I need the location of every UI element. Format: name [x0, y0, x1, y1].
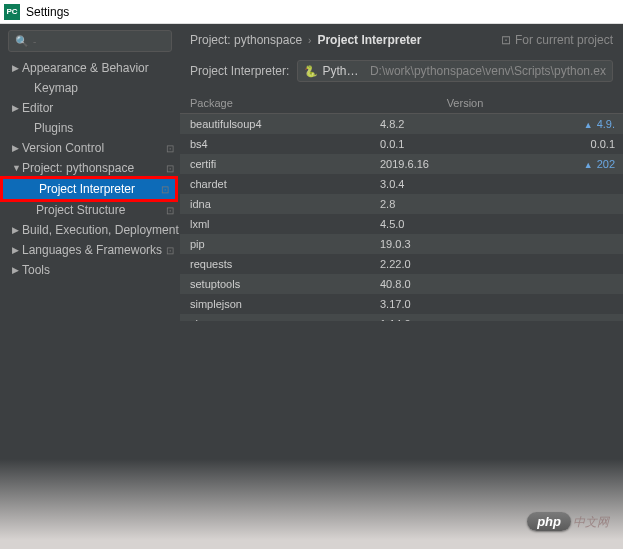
table-row[interactable]: pip19.0.3 [180, 234, 623, 254]
packages-body: beautifulsoup44.8.2▲4.9.bs40.0.10.0.1cer… [180, 114, 623, 321]
package-version: 2019.6.16 [380, 158, 550, 170]
sidebar-item-project[interactable]: ▼Project: pythonspace⊡ [0, 158, 180, 178]
packages-header: Package Version [180, 92, 623, 114]
chevron-right-icon: ▶ [12, 245, 22, 255]
package-name: certifi [180, 158, 380, 170]
project-scope-icon: ⊡ [166, 163, 174, 174]
breadcrumb-project[interactable]: Project: pythonspace [190, 33, 302, 47]
sidebar-item-editor[interactable]: ▶Editor [0, 98, 180, 118]
table-row[interactable]: setuptools40.8.0 [180, 274, 623, 294]
package-version: 3.17.0 [380, 298, 550, 310]
search-input[interactable]: 🔍 - [8, 30, 172, 52]
sidebar-item-build[interactable]: ▶Build, Execution, Deployment [0, 220, 180, 240]
chevron-right-icon: › [308, 35, 311, 46]
sidebar-item-appearance[interactable]: ▶Appearance & Behavior [0, 58, 180, 78]
main-panel: Project: pythonspace › Project Interpret… [180, 24, 623, 549]
table-row[interactable]: chardet3.0.4 [180, 174, 623, 194]
search-icon: 🔍 [15, 35, 29, 48]
table-row[interactable]: simplejson3.17.0 [180, 294, 623, 314]
package-name: lxml [180, 218, 380, 230]
package-version: 2.22.0 [380, 258, 550, 270]
project-scope-icon: ⊡ [166, 143, 174, 154]
project-scope-icon: ⊡ [166, 205, 174, 216]
interpreter-label: Project Interpreter: [190, 64, 289, 78]
package-name: idna [180, 198, 380, 210]
project-scope-icon: ⊡ [501, 33, 511, 47]
sidebar-item-languages[interactable]: ▶Languages & Frameworks⊡ [0, 240, 180, 260]
table-row[interactable]: beautifulsoup44.8.2▲4.9. [180, 114, 623, 134]
for-current-project: ⊡ For current project [501, 33, 613, 47]
empty-area [180, 321, 623, 550]
project-scope-icon: ⊡ [161, 184, 169, 195]
table-row[interactable]: idna2.8 [180, 194, 623, 214]
sidebar-item-project-structure[interactable]: Project Structure⊡ [0, 200, 180, 220]
package-version: 2.8 [380, 198, 550, 210]
highlight-annotation: Project Interpreter⊡ [0, 176, 178, 202]
interpreter-name: Python 3.7 (pythonspace) [322, 64, 364, 78]
package-latest: ▲202 [550, 158, 623, 170]
header-package[interactable]: Package [180, 97, 380, 109]
package-name: requests [180, 258, 380, 270]
sidebar: 🔍 - ▶Appearance & Behavior Keymap ▶Edito… [0, 24, 180, 549]
package-version: 19.0.3 [380, 238, 550, 250]
chevron-right-icon: ▶ [12, 103, 22, 113]
package-version: 4.5.0 [380, 218, 550, 230]
table-row[interactable]: certifi2019.6.16▲202 [180, 154, 623, 174]
chevron-right-icon: ▶ [12, 143, 22, 153]
package-name: bs4 [180, 138, 380, 150]
package-name: beautifulsoup4 [180, 118, 380, 130]
interpreter-path: D:\work\pythonspace\venv\Scripts\python.… [370, 64, 606, 78]
window-title: Settings [26, 5, 69, 19]
package-name: simplejson [180, 298, 380, 310]
sidebar-item-project-interpreter[interactable]: Project Interpreter⊡ [3, 179, 175, 199]
table-row[interactable]: bs40.0.10.0.1 [180, 134, 623, 154]
chevron-down-icon: ▼ [12, 163, 22, 173]
packages-table: Package Version beautifulsoup44.8.2▲4.9.… [180, 92, 623, 321]
sidebar-item-keymap[interactable]: Keymap [0, 78, 180, 98]
sidebar-item-plugins[interactable]: Plugins [0, 118, 180, 138]
interpreter-row: Project Interpreter: 🐍 Python 3.7 (pytho… [180, 56, 623, 92]
search-placeholder: - [33, 36, 36, 47]
app-icon: PC [4, 4, 20, 20]
package-latest: ▲4.9. [550, 118, 623, 130]
python-icon: 🐍 [304, 65, 318, 78]
package-name: chardet [180, 178, 380, 190]
chevron-right-icon: ▶ [12, 225, 22, 235]
package-name: setuptools [180, 278, 380, 290]
chevron-right-icon: ▶ [12, 63, 22, 73]
titlebar: PC Settings [0, 0, 623, 24]
breadcrumb-row: Project: pythonspace › Project Interpret… [180, 24, 623, 56]
package-version: 0.0.1 [380, 138, 550, 150]
interpreter-select[interactable]: 🐍 Python 3.7 (pythonspace) D:\work\pytho… [297, 60, 613, 82]
chevron-right-icon: ▶ [12, 265, 22, 275]
package-version: 40.8.0 [380, 278, 550, 290]
breadcrumb: Project: pythonspace › Project Interpret… [190, 33, 421, 47]
app-body: 🔍 - ▶Appearance & Behavior Keymap ▶Edito… [0, 24, 623, 549]
sidebar-item-tools[interactable]: ▶Tools [0, 260, 180, 280]
package-name: pip [180, 238, 380, 250]
settings-tree: ▶Appearance & Behavior Keymap ▶Editor Pl… [0, 58, 180, 549]
sidebar-item-vcs[interactable]: ▶Version Control⊡ [0, 138, 180, 158]
package-version: 4.8.2 [380, 118, 550, 130]
table-row[interactable]: lxml4.5.0 [180, 214, 623, 234]
package-latest: 0.0.1 [550, 138, 623, 150]
header-version[interactable]: Version [380, 97, 550, 109]
breadcrumb-interpreter: Project Interpreter [317, 33, 421, 47]
table-row[interactable]: requests2.22.0 [180, 254, 623, 274]
project-scope-icon: ⊡ [166, 245, 174, 256]
package-version: 3.0.4 [380, 178, 550, 190]
